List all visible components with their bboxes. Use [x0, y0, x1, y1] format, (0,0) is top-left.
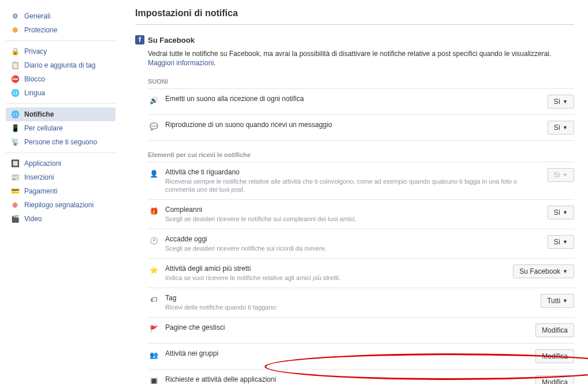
- setting-dropdown[interactable]: Tutti▼: [541, 294, 574, 308]
- shield-icon: ⬢: [10, 25, 20, 35]
- person-icon: 👤: [148, 168, 159, 180]
- sidebar-item-label: Persone che ti seguono: [24, 138, 97, 146]
- sounds-title: SUONI: [148, 78, 574, 89]
- setting-dropdown[interactable]: Modifica: [535, 375, 574, 384]
- sound-message-dropdown[interactable]: Sì▼: [548, 121, 574, 135]
- caret-icon: ▼: [563, 125, 568, 131]
- setting-row: ⭐Attività degli amici più strettiIndica …: [148, 259, 574, 288]
- caret-icon: ▼: [563, 269, 568, 274]
- setting-row: 👥Attività nei gruppiModifica: [148, 344, 574, 370]
- sidebar-item-notifications[interactable]: 🌐 Notifiche: [6, 107, 116, 121]
- app-icon: 🔳: [148, 375, 159, 384]
- setting-row: 🎁CompleanniScegli se desideri ricevere l…: [148, 200, 574, 229]
- setting-dropdown[interactable]: Su Facebook▼: [513, 264, 574, 278]
- sidebar-item-label: Video: [24, 215, 42, 223]
- sidebar-item-payments[interactable]: 💳 Pagamenti: [6, 184, 116, 198]
- setting-dropdown[interactable]: Sì▼: [548, 206, 574, 219]
- gift-icon: 🎁: [148, 206, 159, 217]
- sidebar-item-privacy[interactable]: 🔒 Privacy: [6, 44, 116, 58]
- caret-icon: ▼: [563, 298, 568, 304]
- sidebar-item-security[interactable]: ⬢ Protezione: [6, 23, 116, 37]
- setting-desc: Ricevi delle notifiche quando ti taggano…: [165, 303, 535, 311]
- message-icon: 💬: [148, 121, 159, 132]
- facebook-icon: f: [135, 35, 144, 44]
- setting-desc: Scegli se desideri ricevere notifiche su…: [165, 244, 542, 252]
- card-icon: 💳: [10, 187, 20, 196]
- setting-row: 🔳Richieste e attività delle applicazioni…: [148, 370, 574, 384]
- setting-desc: Riceverai sempre le notifiche relative a…: [165, 177, 542, 193]
- star-icon: ⭐: [148, 264, 159, 276]
- caret-icon: ▼: [563, 99, 568, 105]
- setting-row: 🚩Pagine che gestisciModifica: [148, 318, 574, 344]
- lock-icon: 🔒: [10, 47, 20, 56]
- sound-notification-dropdown[interactable]: Sì▼: [548, 95, 574, 109]
- setting-row-sound-message: 💬 Riproduzione di un suono quando ricevi…: [148, 115, 574, 141]
- setting-label: Tag: [165, 294, 535, 302]
- section-title: Su Facebook: [148, 36, 195, 44]
- sidebar-item-video[interactable]: 🎬 Video: [6, 212, 116, 226]
- tag-icon: 🏷: [148, 294, 159, 305]
- sidebar-item-label: Protezione: [24, 26, 57, 34]
- setting-dropdown[interactable]: Modifica: [535, 323, 574, 337]
- sidebar-item-label: Inserzioni: [24, 173, 54, 181]
- caret-icon: ▼: [563, 239, 568, 245]
- main-content: Impostazioni di notifica f Su Facebook V…: [121, 0, 588, 384]
- clock-icon: 🕐: [148, 235, 159, 247]
- sidebar-item-label: Blocco: [24, 75, 45, 83]
- globe-icon: 🌐: [10, 88, 20, 98]
- setting-label: Emetti un suono alla ricezione di ogni n…: [165, 95, 542, 103]
- sidebar-item-followers[interactable]: 📡 Persone che ti seguono: [6, 135, 116, 149]
- setting-dropdown[interactable]: Modifica: [535, 349, 574, 363]
- sidebar-item-ads[interactable]: 📰 Inserzioni: [6, 170, 116, 184]
- sound-icon: 🔊: [148, 95, 159, 106]
- caret-icon: ▼: [563, 172, 568, 178]
- setting-dropdown: Sì▼: [548, 168, 574, 182]
- elements-title: Elementi per cui ricevi le notifiche: [148, 151, 574, 162]
- section-description: Vedrai tutte le notifiche su Facebook, m…: [148, 49, 574, 68]
- flag-icon: 🚩: [148, 323, 159, 335]
- caret-icon: ▼: [563, 210, 568, 215]
- diary-icon: 📋: [10, 61, 20, 70]
- setting-row: 🏷TagRicevi delle notifiche quando ti tag…: [148, 288, 574, 318]
- setting-row: 🕐Accadde oggiScegli se desideri ricevere…: [148, 229, 574, 259]
- sidebar-item-timeline[interactable]: 📋 Diario e aggiunta di tag: [6, 58, 116, 72]
- sidebar-item-label: Riepilogo segnalazioni: [24, 201, 94, 209]
- globe-icon: 🌐: [10, 110, 20, 119]
- setting-label: Accadde oggi: [165, 235, 542, 243]
- block-icon: ⛔: [10, 74, 20, 84]
- setting-desc: Indica se vuoi ricevere le notifiche rel…: [165, 274, 507, 282]
- mobile-icon: 📱: [10, 124, 20, 133]
- gear-icon: ⚙: [10, 12, 20, 21]
- sidebar-item-blocking[interactable]: ⛔ Blocco: [6, 72, 116, 86]
- sidebar-item-label: Diario e aggiunta di tag: [24, 61, 95, 69]
- setting-label: Attività nei gruppi: [165, 349, 530, 357]
- apps-icon: 🔲: [10, 159, 20, 168]
- sidebar-item-mobile[interactable]: 📱 Per cellulare: [6, 121, 116, 135]
- sidebar-item-label: Generali: [24, 12, 50, 20]
- page-title: Impostazioni di notifica: [135, 8, 574, 25]
- sidebar-item-apps[interactable]: 🔲 Applicazioni: [6, 156, 116, 170]
- support-icon: ⊕: [10, 200, 20, 210]
- sidebar: ⚙ Generali ⬢ Protezione 🔒 Privacy 📋 Diar…: [0, 0, 121, 384]
- setting-label: Attività degli amici più stretti: [165, 264, 507, 273]
- setting-label: Pagine che gestisci: [165, 323, 530, 331]
- sidebar-item-language[interactable]: 🌐 Lingua: [6, 86, 116, 100]
- sidebar-item-general[interactable]: ⚙ Generali: [6, 9, 116, 23]
- sidebar-item-label: Notifiche: [24, 110, 54, 118]
- setting-row: 👤Attività che ti riguardanoRiceverai sem…: [148, 162, 574, 200]
- feed-icon: 📡: [10, 137, 20, 147]
- sidebar-item-support[interactable]: ⊕ Riepilogo segnalazioni: [6, 198, 116, 212]
- sidebar-item-label: Applicazioni: [24, 159, 61, 167]
- setting-desc: Scegli se desideri ricevere le notifiche…: [165, 215, 542, 223]
- ads-icon: 📰: [10, 173, 20, 182]
- setting-label: Attività che ti riguardano: [165, 168, 542, 176]
- sidebar-item-label: Privacy: [24, 47, 47, 55]
- group-icon: 👥: [148, 349, 159, 361]
- sidebar-item-label: Lingua: [24, 89, 45, 97]
- section-header: f Su Facebook: [135, 35, 574, 44]
- setting-label: Richieste e attività delle applicazioni: [165, 375, 530, 383]
- setting-label: Compleanni: [165, 206, 542, 214]
- learn-more-link[interactable]: Maggiori informazioni: [148, 59, 214, 67]
- setting-label: Riproduzione di un suono quando ricevi u…: [165, 121, 542, 129]
- setting-dropdown[interactable]: Sì▼: [548, 235, 574, 249]
